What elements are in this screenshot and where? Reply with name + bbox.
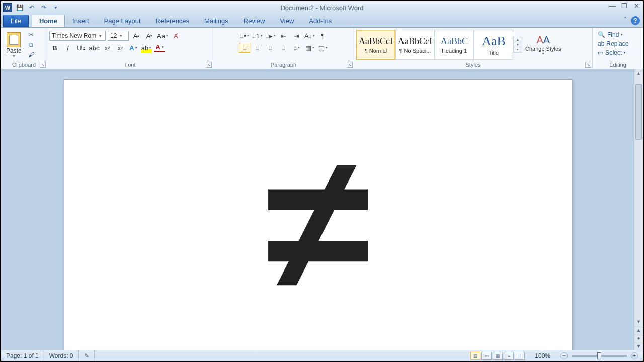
align-left-icon[interactable]: ≡ [239,43,250,53]
increase-indent-icon[interactable]: ⇥ [291,31,302,41]
superscript-button[interactable]: x2 [115,43,126,53]
scroll-down-arrow[interactable]: ▼ [634,318,643,326]
align-center-icon[interactable]: ≡ [252,43,263,53]
group-styles: AaBbCcI¶ NormalAaBbCcI¶ No Spaci...AaBbC… [354,28,593,69]
tab-references[interactable]: References [148,15,197,27]
full-screen-view-icon[interactable]: ▭ [481,352,492,360]
status-page[interactable]: Page: 1 of 1 [1,350,44,361]
replace-button[interactable]: abReplace [597,40,629,48]
zoom-out-button[interactable]: − [560,352,568,359]
redo-icon[interactable]: ↷ [39,3,48,12]
zoom-slider-thumb[interactable] [597,352,601,359]
word-app-icon[interactable]: W [3,3,12,12]
paste-button[interactable]: Paste ▼ [3,31,25,59]
font-dialog-launcher[interactable]: ↘ [206,62,212,68]
web-layout-view-icon[interactable]: ▦ [493,352,503,360]
highlight-icon[interactable]: ab [141,43,152,53]
status-proofing-icon[interactable]: ✎ [79,350,95,361]
undo-icon[interactable]: ↶ [27,3,36,12]
styles-dialog-launcher[interactable]: ↘ [585,62,591,68]
style-item-1[interactable]: AaBbCcI¶ No Spaci... [395,30,435,60]
clear-formatting-icon[interactable]: A̸ [170,31,181,41]
align-right-icon[interactable]: ≡ [265,43,276,53]
tab-home[interactable]: Home [32,15,65,27]
save-icon[interactable]: 💾 [15,3,24,12]
sort-icon[interactable]: A↓ [304,31,315,41]
copy-icon[interactable]: ⧉ [27,41,36,49]
grow-font-icon[interactable]: A▴ [131,31,142,41]
change-styles-label: Change Styles [525,46,561,52]
shrink-font-icon[interactable]: A▾ [144,31,155,41]
style-item-3[interactable]: AaBTitle [474,30,513,60]
close-button[interactable]: ✕ [632,2,641,9]
change-case-icon[interactable]: Aa [157,31,168,41]
status-words[interactable]: Words: 0 [44,350,79,361]
outline-view-icon[interactable]: ≡ [504,352,514,360]
borders-icon[interactable]: ▢ [317,43,329,53]
styles-gallery-more[interactable]: ▴▾▪ [513,37,522,53]
find-label: Find [607,31,619,38]
bullets-icon[interactable]: ≡• [239,31,250,41]
bold-button[interactable]: B [49,43,60,53]
strikethrough-button[interactable]: abc [89,43,100,53]
tab-page-layout[interactable]: Page Layout [97,15,148,27]
shading-icon[interactable]: ▦ [304,43,315,53]
tab-mailings[interactable]: Mailings [197,15,236,27]
replace-icon: ab [598,40,604,47]
clipboard-dialog-launcher[interactable]: ↘ [40,62,46,68]
decrease-indent-icon[interactable]: ⇤ [278,31,289,41]
tab-insert[interactable]: Insert [65,15,97,27]
scroll-up-arrow[interactable]: ▲ [634,69,643,77]
italic-button[interactable]: I [62,43,73,53]
change-styles-icon: AA [536,34,550,46]
print-layout-view-icon[interactable]: ▥ [470,352,480,360]
font-name-combo[interactable]: Times New Rom▼ [49,31,106,41]
help-icon[interactable]: ? [631,16,640,25]
group-font: Times New Rom▼ 12▼ A▴ A▾ Aa A̸ B I U abc… [47,28,213,69]
next-page-icon[interactable]: ▼ [634,342,643,350]
paragraph-dialog-launcher[interactable]: ↘ [347,62,353,68]
document-area: ▤ ≠ ▲ ▼ ▲ ● ▼ [1,69,643,350]
scroll-thumb[interactable] [635,84,642,140]
find-icon: 🔍 [598,31,605,38]
subscript-button[interactable]: x2 [102,43,113,53]
zoom-level[interactable]: 100% [530,350,555,361]
font-size-combo[interactable]: 12▼ [108,31,129,41]
vertical-scrollbar[interactable]: ▲ ▼ ▲ ● ▼ [634,69,643,350]
document-page[interactable]: ≠ [64,79,572,350]
zoom-in-button[interactable]: + [631,352,638,359]
select-button[interactable]: ▭Select▾ [597,49,627,57]
prev-page-icon[interactable]: ▲ [634,326,643,334]
browse-object-icon[interactable]: ● [634,334,643,342]
tab-file[interactable]: File [3,15,29,27]
find-button[interactable]: 🔍Find▾ [597,31,624,39]
tab-view[interactable]: View [272,15,301,27]
select-icon: ▭ [598,49,603,56]
qat-customize-icon[interactable]: ▼ [51,3,60,12]
minimize-ribbon-icon[interactable]: ˄ [624,16,627,25]
ribbon-tabs: File Home Insert Page Layout References … [1,14,643,27]
line-spacing-icon[interactable]: ‡ [291,43,302,53]
text-effects-icon[interactable]: A [128,43,139,53]
window-title: Document2 - Microsoft Word [280,4,363,12]
style-item-2[interactable]: AaBbCHeading 1 [435,30,474,60]
restore-button[interactable]: ❐ [620,2,629,9]
cut-icon[interactable]: ✂ [27,31,36,39]
styles-gallery: AaBbCcI¶ NormalAaBbCcI¶ No Spaci...AaBbC… [356,29,513,61]
style-item-0[interactable]: AaBbCcI¶ Normal [356,30,395,60]
justify-icon[interactable]: ≡ [278,43,289,53]
multilevel-list-icon[interactable]: ≡▸ [265,31,276,41]
tab-add-ins[interactable]: Add-Ins [301,15,339,27]
minimize-button[interactable]: — [608,2,617,9]
numbering-icon[interactable]: ≡1 [252,31,263,41]
zoom-slider[interactable] [572,355,627,357]
tab-review[interactable]: Review [236,15,273,27]
underline-button[interactable]: U [75,43,87,53]
show-marks-icon[interactable]: ¶ [317,31,329,41]
document-content-symbol: ≠ [266,146,371,299]
font-color-icon[interactable]: A [154,44,165,52]
draft-view-icon[interactable]: ≣ [515,352,525,360]
change-styles-button[interactable]: AA Change Styles ▼ [522,32,565,57]
replace-label: Replace [606,40,628,47]
format-painter-icon[interactable]: 🖌 [27,51,36,59]
